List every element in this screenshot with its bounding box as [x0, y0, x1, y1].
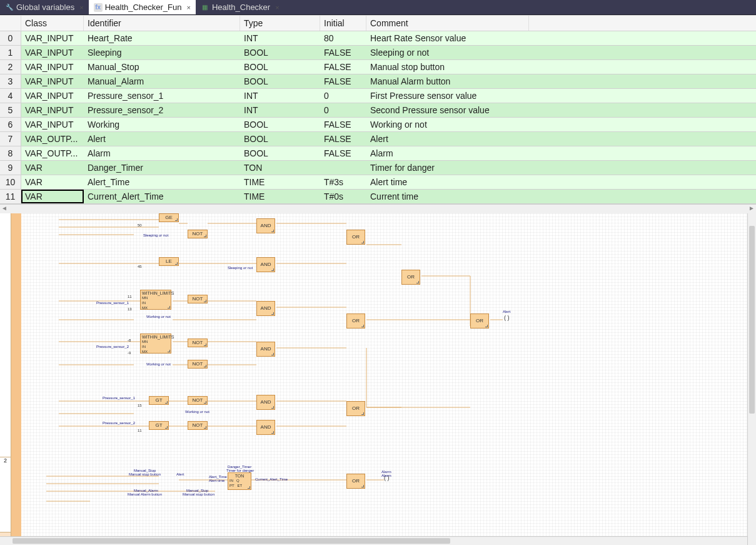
cell-class[interactable]: VAR_INPUT [21, 89, 84, 103]
cell-type[interactable]: BOOL [240, 118, 320, 131]
block-or[interactable]: OR [346, 401, 365, 416]
cell-class[interactable]: VAR [21, 161, 84, 175]
cell-initial[interactable]: 0 [320, 89, 366, 103]
block-not[interactable]: NOT [188, 360, 208, 369]
block-or[interactable]: OR [346, 474, 365, 489]
cell-type[interactable]: BOOL [240, 132, 320, 146]
rung-number[interactable]: 2 [0, 457, 11, 532]
cell-comment[interactable]: First Pressure sensor value [366, 89, 529, 103]
block-or[interactable]: OR [470, 313, 489, 329]
cell-type[interactable]: TIME [240, 175, 320, 189]
tab-health-checker[interactable]: ▦ Health_Checker × [196, 0, 285, 14]
row-number[interactable]: 3 [0, 74, 21, 88]
block-and[interactable]: AND [256, 257, 275, 272]
cell-initial[interactable]: FALSE [320, 118, 366, 131]
cell-initial[interactable]: T#0s [320, 190, 366, 203]
table-row[interactable]: 11VARCurrent_Alert_TimeTIMET#0sCurrent t… [0, 190, 756, 204]
cell-type[interactable]: BOOL [240, 146, 320, 160]
table-row[interactable]: 5VAR_INPUTPressure_sensor_2INT0Second Pr… [0, 103, 756, 118]
cell-identifier[interactable]: Sleeping [84, 46, 240, 59]
cell-class[interactable]: VAR_INPUT [21, 46, 84, 59]
cell-class[interactable]: VAR_INPUT [21, 31, 84, 45]
cell-type[interactable]: BOOL [240, 46, 320, 59]
cell-class[interactable]: VAR [21, 190, 84, 203]
variable-grid[interactable]: Class Identifier Type Initial Comment 0V… [0, 15, 756, 204]
col-initial[interactable]: Initial [320, 16, 366, 31]
table-row[interactable]: 10VARAlert_TimeTIMET#3sAlert time [0, 175, 756, 190]
table-row[interactable]: 2VAR_INPUTManual_StopBOOLFALSEManual sto… [0, 60, 756, 74]
cell-comment[interactable]: Sleeping or not [366, 46, 529, 59]
row-number[interactable]: 4 [0, 89, 21, 103]
tab-global-variables[interactable]: 🔧 Global variables × [0, 0, 89, 14]
cell-class[interactable]: VAR_OUTP... [21, 146, 84, 160]
fbd-editor[interactable]: 2 GE 50 NOT Sleeping or not AND LE 45 Sl… [0, 213, 756, 545]
block-or[interactable]: OR [401, 270, 420, 285]
block-or[interactable]: OR [346, 313, 365, 329]
cell-initial[interactable]: FALSE [320, 74, 366, 88]
table-row[interactable]: 9VARDanger_TimerTONTimer for danger [0, 161, 756, 175]
cell-initial[interactable]: FALSE [320, 60, 366, 74]
block-gt[interactable]: GT [149, 421, 169, 430]
cell-identifier[interactable]: Current_Alert_Time [84, 190, 240, 203]
cell-initial[interactable]: 80 [320, 31, 366, 45]
table-row[interactable]: 7VAR_OUTP...AlertBOOLFALSEAlert [0, 132, 756, 146]
block-not[interactable]: NOT [188, 421, 208, 430]
cell-type[interactable]: INT [240, 89, 320, 103]
cell-initial[interactable]: T#3s [320, 175, 366, 189]
row-number[interactable]: 11 [0, 190, 21, 203]
close-icon[interactable]: × [275, 4, 279, 11]
cell-comment[interactable]: Second Pressure sensor value [366, 103, 529, 117]
col-identifier[interactable]: Identifier [84, 16, 240, 31]
cell-comment[interactable]: Timer for danger [366, 161, 529, 175]
block-gt[interactable]: GT [149, 396, 169, 405]
cell-identifier[interactable]: Pressure_sensor_2 [84, 103, 240, 117]
row-number[interactable]: 10 [0, 175, 21, 189]
row-number[interactable]: 0 [0, 31, 21, 45]
cell-identifier[interactable]: Alert [84, 132, 240, 146]
block-not[interactable]: NOT [188, 339, 208, 347]
cell-initial[interactable]: FALSE [320, 146, 366, 160]
grid-horizontal-scrollbar[interactable] [0, 204, 756, 213]
cell-class[interactable]: VAR_INPUT [21, 103, 84, 117]
cell-type[interactable]: INT [240, 31, 320, 45]
table-row[interactable]: 6VAR_INPUTWorkingBOOLFALSEWorking or not [0, 118, 756, 132]
cell-identifier[interactable]: Working [84, 118, 240, 131]
block-not[interactable]: NOT [188, 396, 208, 405]
col-comment[interactable]: Comment [366, 16, 529, 31]
cell-identifier[interactable]: Pressure_sensor_1 [84, 89, 240, 103]
row-number[interactable]: 9 [0, 161, 21, 175]
fbd-vertical-scrollbar[interactable] [747, 213, 756, 545]
table-row[interactable]: 3VAR_INPUTManual_AlarmBOOLFALSEManual Al… [0, 74, 756, 89]
block-le[interactable]: LE [159, 257, 179, 266]
cell-type[interactable]: TON [240, 161, 320, 175]
cell-class[interactable]: VAR_INPUT [21, 60, 84, 74]
cell-identifier[interactable]: Danger_Timer [84, 161, 240, 175]
row-number[interactable]: 8 [0, 146, 21, 160]
block-ton[interactable]: TON IN Q PT ET [228, 472, 251, 490]
cell-comment[interactable]: Manual stop button [366, 60, 529, 74]
cell-type[interactable]: BOOL [240, 74, 320, 88]
cell-comment[interactable]: Current time [366, 190, 529, 203]
cell-initial[interactable]: FALSE [320, 46, 366, 59]
table-row[interactable]: 0VAR_INPUTHeart_RateINT80Heart Rate Sens… [0, 31, 756, 46]
block-or[interactable]: OR [346, 230, 365, 245]
cell-comment[interactable]: Working or not [366, 118, 529, 131]
cell-identifier[interactable]: Alarm [84, 146, 240, 160]
rung-number[interactable] [0, 213, 11, 457]
fbd-canvas[interactable]: GE 50 NOT Sleeping or not AND LE 45 Slee… [21, 213, 747, 545]
cell-comment[interactable]: Alert [366, 132, 529, 146]
cell-initial[interactable]: 0 [320, 103, 366, 117]
cell-initial[interactable] [320, 161, 366, 175]
block-and[interactable]: AND [256, 301, 275, 316]
cell-type[interactable]: BOOL [240, 60, 320, 74]
cell-class[interactable]: VAR_INPUT [21, 118, 84, 131]
block-and[interactable]: AND [256, 218, 275, 233]
row-number[interactable]: 1 [0, 46, 21, 59]
table-row[interactable]: 1VAR_INPUTSleepingBOOLFALSESleeping or n… [0, 46, 756, 60]
tab-health-checker-fun[interactable]: fx Health_Checker_Fun × [89, 0, 196, 14]
block-and[interactable]: AND [256, 395, 275, 410]
cell-initial[interactable]: FALSE [320, 132, 366, 146]
table-row[interactable]: 8VAR_OUTP...AlarmBOOLFALSEAlarm [0, 146, 756, 161]
close-icon[interactable]: × [79, 4, 83, 11]
block-and[interactable]: AND [256, 342, 275, 357]
